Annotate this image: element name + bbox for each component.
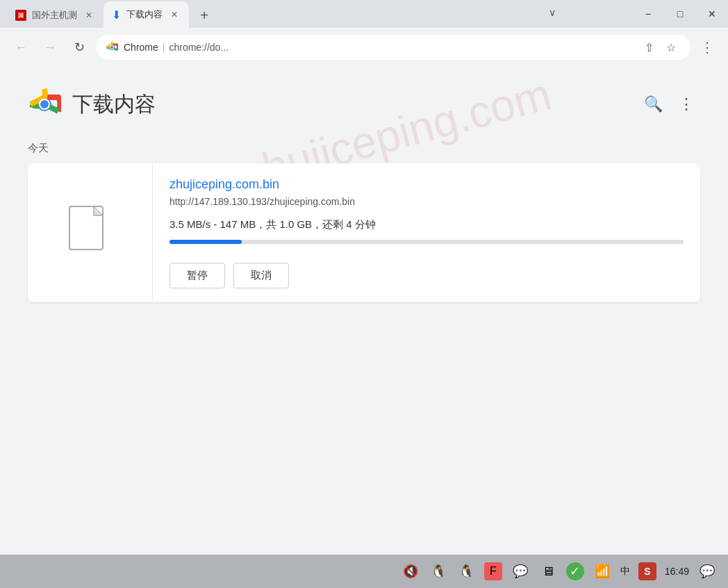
window-controls: ∨ − □ ✕ <box>632 0 728 28</box>
taskbar: 🔇 🐧 🐧 F 💬 🖥 ✓ 📶 中 S 16:49 💬 <box>0 555 728 588</box>
address-actions: ⇧ ☆ <box>639 38 681 57</box>
page-menu-button[interactable]: ⋮ <box>672 90 700 118</box>
page-header-left: 下载内容 <box>28 88 156 121</box>
bookmark-button[interactable]: ☆ <box>661 38 681 57</box>
sougou-icon[interactable]: S <box>638 562 656 580</box>
back-button[interactable]: ← <box>8 35 33 60</box>
pause-button[interactable]: 暂停 <box>169 263 225 288</box>
wifi-icon[interactable]: 📶 <box>593 562 612 581</box>
tab-1-title: 国外主机测 <box>32 9 77 22</box>
cancel-button[interactable]: 取消 <box>233 263 289 288</box>
mute-icon[interactable]: 🔇 <box>401 562 420 581</box>
check-icon[interactable]: ✓ <box>566 562 584 580</box>
wechat-icon[interactable]: 💬 <box>511 562 530 581</box>
close-button[interactable]: ✕ <box>696 0 728 28</box>
page-header: 下载内容 🔍 ⋮ <box>28 88 700 121</box>
download-card: zhujiceping.com.bin http://147.189.130.1… <box>28 163 700 302</box>
main-content: 下载内容 🔍 ⋮ zhujiceping.com 今天 zhujiceping.… <box>0 67 728 555</box>
tab-2-title: 下载内容 <box>126 8 163 21</box>
progress-bar-fill <box>169 240 242 244</box>
clock: 16:49 <box>665 566 689 577</box>
address-url: chrome://do... <box>169 42 229 53</box>
tab-2[interactable]: ⬇ 下载内容 ✕ <box>104 1 189 28</box>
file-icon <box>66 205 115 261</box>
browser-menu-button[interactable]: ⋮ <box>695 35 720 60</box>
navigation-bar: ← → ↻ Chrome | chrome://do... ⇧ ☆ <box>0 28 728 67</box>
chrome-icon <box>106 41 118 54</box>
qq-icon-2[interactable]: 🐧 <box>456 562 476 581</box>
reload-button[interactable]: ↻ <box>67 35 92 60</box>
forward-button[interactable]: → <box>38 35 63 60</box>
svg-point-5 <box>40 100 49 108</box>
tab-1-favicon: 国 <box>15 10 26 21</box>
tab-1[interactable]: 国 国外主机测 ✕ <box>7 3 104 28</box>
qq-icon-1[interactable]: 🐧 <box>429 562 448 581</box>
download-filename[interactable]: zhujiceping.com.bin <box>169 177 684 192</box>
download-file-icon-container <box>28 163 153 302</box>
notification-icon[interactable]: 💬 <box>697 562 717 581</box>
download-card-info: zhujiceping.com.bin http://147.189.130.1… <box>153 163 700 302</box>
title-bar: 国 国外主机测 ✕ ⬇ 下载内容 ✕ + ∨ − □ ✕ <box>0 0 728 28</box>
svg-point-2 <box>110 46 113 49</box>
chrome-logo <box>28 88 61 121</box>
maximize-button[interactable]: □ <box>664 0 696 28</box>
language-indicator[interactable]: 中 <box>620 565 630 578</box>
search-button[interactable]: 🔍 <box>639 90 667 118</box>
tab-2-close[interactable]: ✕ <box>168 8 181 21</box>
tab-1-close[interactable]: ✕ <box>83 9 95 22</box>
tab-2-favicon: ⬇ <box>112 8 121 22</box>
section-label: 今天 <box>28 142 700 155</box>
download-actions: 暂停 取消 <box>169 263 684 288</box>
download-status: 3.5 MB/s - 147 MB，共 1.0 GB，还剩 4 分钟 <box>169 218 684 231</box>
page-header-right: 🔍 ⋮ <box>639 90 700 118</box>
tab-dropdown-icon[interactable]: ∨ <box>549 7 556 18</box>
share-button[interactable]: ⇧ <box>639 38 659 57</box>
download-url: http://147.189.130.193/zhujiceping.com.b… <box>169 196 684 207</box>
progress-bar-container <box>169 240 684 244</box>
tab-list: 国 国外主机测 ✕ ⬇ 下载内容 ✕ + <box>7 0 217 28</box>
minimize-button[interactable]: − <box>632 0 664 28</box>
new-tab-button[interactable]: + <box>192 3 217 28</box>
foxmail-icon[interactable]: F <box>484 562 502 580</box>
address-text: Chrome | chrome://do... <box>124 42 634 53</box>
page-title: 下载内容 <box>72 90 156 119</box>
address-bar[interactable]: Chrome | chrome://do... ⇧ ☆ <box>96 35 690 60</box>
monitor-icon[interactable]: 🖥 <box>538 562 558 581</box>
address-app-name: Chrome <box>124 42 158 53</box>
